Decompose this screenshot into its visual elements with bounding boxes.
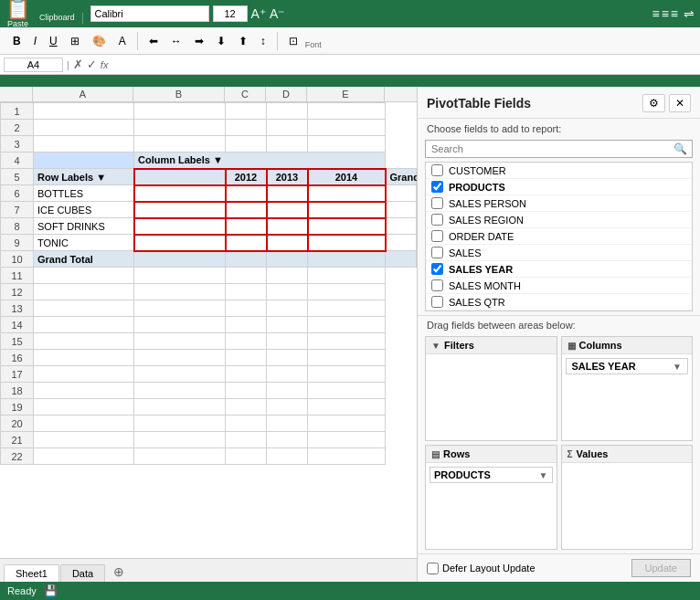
rows-chip-products[interactable]: PRODUCTS ▼	[430, 467, 553, 483]
field-item-sales[interactable]: SALES	[426, 245, 692, 261]
values-zone-content[interactable]	[562, 463, 693, 549]
col-header-a[interactable]: A	[33, 87, 133, 101]
bold-button[interactable]: B	[7, 32, 27, 50]
sheet-tab-data[interactable]: Data	[60, 564, 105, 582]
cell-a1[interactable]	[34, 103, 134, 120]
rows-zone-content[interactable]: PRODUCTS ▼	[426, 463, 557, 549]
cell-a10[interactable]: Grand Total	[34, 251, 134, 268]
cell-b5[interactable]	[134, 169, 226, 185]
cell-a4[interactable]	[34, 153, 134, 169]
align-left-icon[interactable]: ≡	[652, 6, 659, 21]
col-header-b[interactable]: B	[133, 87, 225, 101]
col-header-e[interactable]: E	[307, 87, 385, 101]
underline-button[interactable]: U	[44, 32, 63, 50]
cell-d10[interactable]	[267, 251, 308, 268]
cell-d5[interactable]: 2013	[267, 169, 308, 185]
font-size-increase[interactable]: A⁺	[251, 6, 266, 21]
confirm-formula-icon[interactable]: ✓	[87, 58, 97, 71]
align-bottom-btn[interactable]: ⬇	[211, 32, 231, 50]
cell-f7[interactable]	[386, 202, 417, 218]
cell-c9[interactable]	[226, 235, 267, 251]
cell-b1[interactable]	[134, 103, 226, 120]
cell-d1[interactable]	[267, 103, 308, 120]
cell-c8[interactable]	[226, 218, 267, 235]
field-item-sales-region[interactable]: SALES REGION	[426, 212, 692, 228]
cell-e7[interactable]	[308, 202, 386, 218]
fill-color-button[interactable]: 🎨	[87, 32, 111, 50]
cell-c5[interactable]: 2012	[226, 169, 267, 185]
filters-zone-content[interactable]	[426, 354, 557, 440]
cell-b2[interactable]	[134, 120, 226, 136]
field-checkbox-sales-year[interactable]	[431, 263, 443, 275]
columns-zone-content[interactable]: SALES YEAR ▼	[562, 354, 693, 440]
field-item-sales-person[interactable]: SALES PERSON	[426, 195, 692, 212]
cell-d3[interactable]	[267, 136, 308, 153]
align-center-btn[interactable]: ↔	[165, 32, 187, 50]
field-item-products[interactable]: PRODUCTS	[426, 179, 692, 195]
field-item-order-date[interactable]: ORDER DATE	[426, 228, 692, 245]
font-color-button[interactable]: A	[113, 32, 132, 50]
cell-e1[interactable]	[308, 103, 386, 120]
defer-checkbox[interactable]	[427, 563, 439, 574]
field-checkbox-sales-qtr[interactable]	[431, 296, 443, 308]
pivot-settings-button[interactable]: ⚙	[642, 94, 665, 112]
cell-a3[interactable]	[34, 136, 134, 153]
field-item-sales-qtr[interactable]: SALES QTR	[426, 294, 692, 311]
align-left-btn[interactable]: ⬅	[143, 32, 164, 50]
sheet-tab-sheet1[interactable]: Sheet1	[4, 564, 59, 582]
field-checkbox-products[interactable]	[431, 181, 443, 193]
cell-f6[interactable]	[386, 185, 417, 202]
columns-chip-arrow[interactable]: ▼	[673, 362, 682, 372]
rows-chip-arrow[interactable]: ▼	[539, 470, 548, 480]
field-checkbox-sales-region[interactable]	[431, 214, 443, 226]
field-checkbox-sales-month[interactable]	[431, 279, 443, 291]
cell-a8[interactable]: SOFT DRINKS	[34, 218, 134, 235]
cell-e5[interactable]: 2014	[308, 169, 386, 185]
align-right-icon[interactable]: ≡	[671, 6, 678, 21]
cell-d6[interactable]	[267, 185, 308, 202]
cell-f5[interactable]: Grand Total	[386, 169, 417, 185]
cell-e10[interactable]	[308, 251, 386, 268]
align-right-btn[interactable]: ➡	[189, 32, 209, 50]
border-button[interactable]: ⊞	[65, 32, 85, 50]
cell-a6[interactable]: BOTTLES	[34, 185, 134, 202]
merge-button[interactable]: ⊡	[283, 32, 303, 50]
cell-f10[interactable]	[386, 251, 417, 268]
cell-e2[interactable]	[308, 120, 386, 136]
field-checkbox-customer[interactable]	[431, 164, 443, 176]
cell-f8[interactable]	[386, 218, 417, 235]
col-header-d[interactable]: D	[266, 87, 307, 101]
cell-b8[interactable]	[134, 218, 226, 235]
cell-e8[interactable]	[308, 218, 386, 235]
field-item-sales-year[interactable]: SALES YEAR	[426, 261, 692, 278]
wrap-text-icon[interactable]: ⇌	[684, 6, 695, 21]
font-size-decrease[interactable]: A⁻	[270, 6, 284, 21]
field-checkbox-order-date[interactable]	[431, 230, 443, 242]
font-name-input[interactable]	[90, 5, 209, 22]
cell-c1[interactable]	[226, 103, 267, 120]
cell-c10[interactable]	[226, 251, 267, 268]
cell-c7[interactable]	[226, 202, 267, 218]
col-header-c[interactable]: C	[225, 87, 266, 101]
cell-b3[interactable]	[134, 136, 226, 153]
paste-button[interactable]: 📋	[5, 0, 30, 19]
cell-e9[interactable]	[308, 235, 386, 251]
align-middle-btn[interactable]: ↕	[255, 32, 271, 50]
field-item-sales-month[interactable]: SALES MONTH	[426, 278, 692, 294]
cell-b7[interactable]	[134, 202, 226, 218]
cell-d7[interactable]	[267, 202, 308, 218]
cell-a7[interactable]: ICE CUBES	[34, 202, 134, 218]
cell-c3[interactable]	[226, 136, 267, 153]
cell-b6[interactable]	[134, 185, 226, 202]
align-top-btn[interactable]: ⬆	[233, 32, 253, 50]
cell-e6[interactable]	[308, 185, 386, 202]
cell-a2[interactable]	[34, 120, 134, 136]
align-center-icon[interactable]: ≡	[662, 6, 669, 21]
insert-function-icon[interactable]: fx	[101, 59, 109, 70]
cell-d9[interactable]	[267, 235, 308, 251]
pivot-search-input[interactable]	[425, 140, 693, 158]
font-size-input[interactable]	[213, 5, 248, 22]
pivot-close-button[interactable]: ✕	[669, 94, 691, 112]
cell-d8[interactable]	[267, 218, 308, 235]
cell-c2[interactable]	[226, 120, 267, 136]
